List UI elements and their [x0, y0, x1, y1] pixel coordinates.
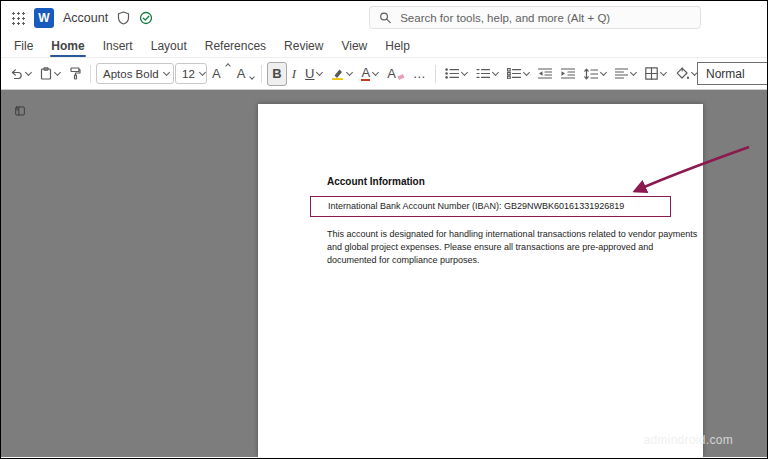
- increase-indent-button[interactable]: [557, 62, 579, 86]
- eraser-icon: [397, 74, 404, 80]
- chevron-down-icon: [54, 68, 61, 75]
- navigation-pane-toggle[interactable]: [9, 100, 31, 122]
- iban-highlight-box[interactable]: International Bank Account Number (IBAN)…: [310, 196, 671, 217]
- font-size-value: 12: [182, 68, 195, 80]
- toolbar-divider: [90, 65, 91, 83]
- italic-button[interactable]: I: [288, 62, 300, 86]
- format-painter-button[interactable]: [65, 62, 85, 86]
- document-title[interactable]: Account: [63, 11, 108, 25]
- clear-formatting-button[interactable]: A: [383, 62, 408, 86]
- font-name-combobox[interactable]: Aptos Bold: [96, 63, 174, 84]
- menu-item-references[interactable]: References: [196, 34, 275, 57]
- menu-item-insert[interactable]: Insert: [94, 34, 142, 57]
- shrink-font-letter: A: [237, 66, 246, 81]
- chevron-down-icon: [523, 68, 530, 75]
- borders-icon: [645, 67, 658, 80]
- menu-item-layout[interactable]: Layout: [142, 34, 196, 57]
- chevron-down-icon: [461, 68, 468, 75]
- search-box[interactable]: [369, 6, 701, 29]
- clipboard-icon: [40, 67, 52, 80]
- chevron-down-icon: [660, 68, 667, 75]
- ellipsis-icon: …: [413, 66, 426, 81]
- text-highlight-button[interactable]: [327, 62, 356, 86]
- grow-font-letter: A: [212, 66, 221, 81]
- shrink-font-button[interactable]: A: [233, 62, 257, 86]
- document-page[interactable]: Account Information International Bank A…: [258, 104, 703, 457]
- chevron-down-icon: [600, 68, 607, 75]
- bullet-list-icon: [445, 68, 459, 79]
- saved-status-icon[interactable]: [139, 11, 153, 25]
- grow-font-button[interactable]: A: [208, 62, 232, 86]
- chevron-down-icon: [346, 68, 353, 75]
- checklist-icon: [507, 68, 521, 79]
- highlighter-icon: [331, 67, 344, 80]
- format-painter-icon: [69, 67, 81, 80]
- chevron-down-icon: [316, 68, 323, 75]
- indent-icon: [561, 68, 575, 79]
- word-online-window: W Account File Home Insert Layout Refere…: [0, 0, 768, 459]
- chevron-down-icon: [163, 68, 170, 75]
- toolbar-divider: [261, 65, 262, 83]
- menu-item-view[interactable]: View: [332, 34, 376, 57]
- toolbar-divider: [435, 65, 436, 83]
- search-input[interactable]: [398, 11, 691, 25]
- chevron-down-icon: [25, 68, 32, 75]
- more-font-options-button[interactable]: …: [409, 62, 430, 86]
- font-color-button[interactable]: A: [357, 62, 382, 86]
- font-name-value: Aptos Bold: [103, 68, 159, 80]
- align-button[interactable]: [611, 62, 640, 86]
- menu-item-file[interactable]: File: [5, 34, 42, 57]
- font-color-letter: A: [361, 66, 370, 82]
- chevron-up-icon: [225, 63, 231, 69]
- ribbon-toolbar: Aptos Bold 12 A A B I U: [1, 58, 767, 90]
- paint-bucket-icon: [675, 67, 689, 80]
- numbering-button[interactable]: [472, 62, 502, 86]
- word-logo-icon[interactable]: W: [34, 8, 54, 28]
- chevron-down-icon: [630, 68, 637, 75]
- checklist-button[interactable]: [503, 62, 533, 86]
- sensitivity-label-icon[interactable]: [117, 11, 130, 25]
- chevron-down-icon: [372, 68, 379, 75]
- undo-icon: [10, 68, 23, 80]
- chevron-down-icon: [199, 68, 206, 75]
- style-name-value: Normal: [706, 67, 745, 81]
- align-left-icon: [615, 68, 628, 79]
- paste-button[interactable]: [36, 62, 64, 86]
- bold-button[interactable]: B: [267, 62, 286, 86]
- navigation-pane-icon: [15, 104, 25, 118]
- document-canvas: Account Information International Bank A…: [1, 90, 767, 457]
- style-gallery[interactable]: Normal: [697, 62, 768, 85]
- watermark: admindroid.com: [643, 433, 733, 447]
- decrease-indent-button[interactable]: [534, 62, 556, 86]
- line-spacing-icon: [584, 68, 598, 80]
- iban-line[interactable]: International Bank Account Number (IBAN)…: [328, 201, 624, 211]
- line-spacing-button[interactable]: [580, 62, 610, 86]
- underline-button[interactable]: U: [301, 62, 326, 86]
- numbered-list-icon: [476, 68, 490, 79]
- menu-item-review[interactable]: Review: [275, 34, 332, 57]
- menu-bar: File Home Insert Layout References Revie…: [1, 34, 767, 58]
- app-launcher-icon[interactable]: [11, 11, 25, 25]
- italic-label: I: [292, 66, 296, 82]
- top-bar: W Account: [1, 1, 767, 34]
- menu-item-help[interactable]: Help: [376, 34, 419, 57]
- clear-formatting-letter: A: [387, 66, 396, 81]
- chevron-down-icon: [250, 74, 256, 80]
- doc-paragraph[interactable]: This account is designated for handling …: [327, 228, 701, 267]
- borders-button[interactable]: [641, 62, 670, 86]
- chevron-down-icon: [492, 68, 499, 75]
- search-icon: [379, 11, 391, 24]
- bullets-button[interactable]: [441, 62, 471, 86]
- underline-label: U: [305, 66, 314, 81]
- outdent-icon: [538, 68, 552, 79]
- menu-item-home[interactable]: Home: [42, 34, 93, 57]
- undo-button[interactable]: [6, 62, 35, 86]
- doc-heading[interactable]: Account Information: [327, 176, 703, 187]
- font-size-combobox[interactable]: 12: [175, 63, 207, 84]
- bold-label: B: [272, 66, 281, 81]
